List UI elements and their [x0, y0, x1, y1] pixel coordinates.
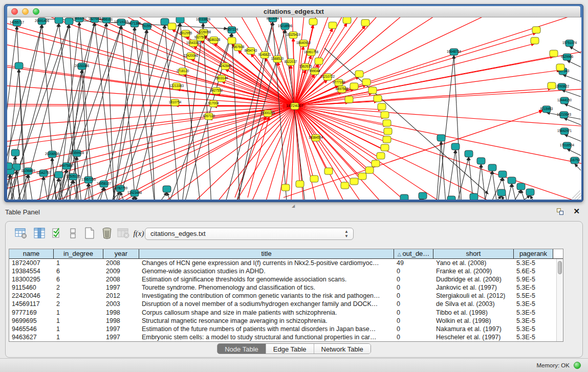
table-cell[interactable]: 2012: [103, 292, 139, 300]
network-node[interactable]: [437, 135, 445, 141]
column-header-name[interactable]: name: [9, 249, 54, 258]
table-row[interactable]: 1872400712008Changes of HCN gene express…: [9, 259, 563, 267]
network-node[interactable]: [341, 182, 349, 189]
table-cell[interactable]: Wolkin et al. (1998): [433, 317, 514, 325]
network-node[interactable]: [365, 167, 374, 173]
network-canvas[interactable]: 1405571720691406106532871527002646616110…: [7, 17, 581, 200]
network-node[interactable]: [465, 150, 473, 157]
table-cell[interactable]: Estimation of significance thresholds fo…: [139, 275, 394, 283]
network-node[interactable]: [383, 120, 391, 126]
network-node[interactable]: [508, 177, 516, 184]
table-row[interactable]: 1456911722003Disruption of a novel membe…: [9, 300, 563, 308]
table-cell[interactable]: Dudbridge et al. (2008): [433, 275, 514, 283]
table-cell[interactable]: 2009: [103, 267, 139, 275]
table-cell[interactable]: 9699695: [9, 317, 54, 325]
network-node[interactable]: [526, 189, 534, 195]
table-cell[interactable]: 2: [54, 283, 103, 292]
network-node[interactable]: [310, 176, 318, 182]
table-cell[interactable]: 5.3E-5: [514, 300, 553, 308]
select-all-columns-icon[interactable]: [50, 226, 64, 240]
table-row[interactable]: 911546021997Tourette syndrome. Phenomeno…: [9, 283, 563, 292]
network-node[interactable]: [345, 96, 353, 103]
table-cell[interactable]: 2: [54, 292, 103, 300]
network-node[interactable]: [368, 87, 377, 94]
network-node[interactable]: [350, 178, 358, 185]
network-node[interactable]: [477, 158, 485, 164]
tab-edge-table[interactable]: Edge Table: [266, 344, 314, 354]
table-cell[interactable]: 18724007: [9, 259, 54, 267]
table-cell[interactable]: Nakamura et al. (1997): [433, 325, 514, 333]
table-cell[interactable]: 0: [394, 309, 433, 317]
table-cell[interactable]: 5.3E-5: [514, 325, 553, 333]
table-cell[interactable]: 0: [394, 267, 433, 275]
network-node[interactable]: [451, 143, 460, 150]
table-cell[interactable]: 1997: [103, 333, 139, 341]
column-header-pagerank[interactable]: pagerank: [514, 249, 553, 258]
table-cell[interactable]: Tourette syndrome. Phenomenology and cla…: [139, 283, 394, 292]
table-row[interactable]: 969969511998Structural magnetic resonanc…: [9, 317, 563, 325]
table-row[interactable]: 2242004622012Investigating the contribut…: [9, 292, 563, 300]
table-row[interactable]: 977716911998Corpus callosum shape and si…: [9, 309, 563, 317]
table-cell[interactable]: Tibbo et al. (1998): [433, 309, 514, 317]
table-cell[interactable]: 5.3E-5: [514, 283, 553, 292]
network-node[interactable]: [176, 17, 184, 23]
network-node[interactable]: [381, 112, 389, 118]
table-cell[interactable]: Changes of HCN gene expression and I(f) …: [139, 259, 394, 267]
network-node[interactable]: [168, 23, 176, 30]
table-cell[interactable]: Yano et al. (2008): [433, 259, 514, 267]
table-cell[interactable]: Hescheler et al. (1997): [433, 333, 514, 341]
table-cell[interactable]: 1997: [103, 283, 139, 292]
table-selector-dropdown[interactable]: citations_edges.txt ▲▼: [145, 228, 354, 240]
table-cell[interactable]: 0: [394, 325, 433, 333]
table-cell[interactable]: 1: [54, 309, 103, 317]
table-cell[interactable]: 9463627: [9, 333, 54, 341]
column-header-short[interactable]: short: [433, 249, 514, 258]
table-cell[interactable]: 2: [54, 300, 103, 308]
network-node[interactable]: [281, 184, 290, 191]
table-cell[interactable]: 0: [394, 333, 433, 341]
table-cell[interactable]: 49: [394, 259, 433, 267]
memory-status-indicator[interactable]: [574, 362, 581, 369]
network-graph-svg[interactable]: 1405571720691406106532871527002646616110…: [7, 17, 581, 200]
network-node[interactable]: [447, 196, 455, 200]
table-cell[interactable]: Embryonic stem cells: a model to study s…: [139, 333, 394, 341]
table-cell[interactable]: 1997: [103, 325, 139, 333]
network-node[interactable]: [497, 189, 506, 196]
table-row[interactable]: 1938455462009Genome-wide association stu…: [9, 267, 563, 275]
network-window[interactable]: citations_edges.txt 14055717206914061065…: [4, 4, 583, 202]
delete-column-icon[interactable]: [100, 226, 114, 240]
network-node[interactable]: [355, 71, 363, 77]
table-cell[interactable]: 14569117: [9, 300, 54, 308]
network-node[interactable]: [309, 18, 317, 25]
network-node[interactable]: [362, 79, 371, 85]
network-node[interactable]: [7, 163, 12, 169]
network-node[interactable]: [161, 18, 169, 25]
network-node[interactable]: [374, 95, 382, 102]
network-node[interactable]: [372, 160, 380, 167]
network-node[interactable]: [531, 37, 539, 44]
float-panel-icon[interactable]: [557, 208, 564, 215]
network-node[interactable]: [55, 17, 63, 24]
table-cell[interactable]: de Silva et al. (2003): [433, 300, 514, 308]
table-cell[interactable]: 5.3E-5: [514, 259, 553, 267]
network-node[interactable]: [296, 181, 304, 187]
table-cell[interactable]: 2008: [103, 275, 139, 283]
network-node[interactable]: [517, 183, 525, 190]
table-cell[interactable]: 5.3E-5: [514, 309, 553, 317]
table-row[interactable]: 946362711997Embryonic stem cells: a mode…: [9, 333, 563, 341]
table-cell[interactable]: 2003: [103, 300, 139, 308]
table-cell[interactable]: 1: [54, 317, 103, 325]
network-node[interactable]: [419, 192, 427, 199]
column-header-year[interactable]: year: [103, 249, 139, 258]
show-columns-icon[interactable]: [32, 226, 47, 240]
network-node[interactable]: [361, 19, 369, 26]
table-cell[interactable]: 5.5E-5: [514, 292, 553, 300]
table-cell[interactable]: Jankovic et al. (1997): [433, 283, 514, 292]
table-cell[interactable]: 9115460: [9, 283, 54, 292]
table-cell[interactable]: Corpus callosum shape and size in male p…: [139, 309, 394, 317]
close-window-button[interactable]: [11, 8, 18, 15]
network-node[interactable]: [488, 164, 496, 171]
table-cell[interactable]: 9777169: [9, 309, 54, 317]
table-cell[interactable]: 1: [54, 333, 103, 341]
network-node[interactable]: [350, 83, 358, 90]
